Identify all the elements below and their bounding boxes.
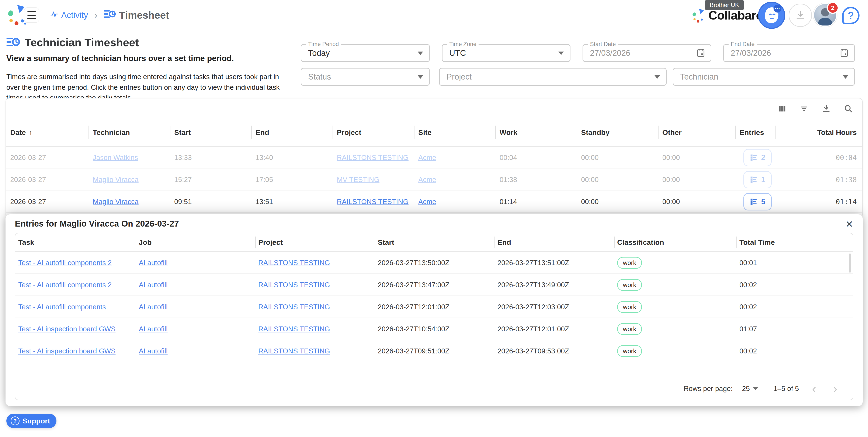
- previous-page-icon[interactable]: ‹: [808, 382, 820, 395]
- cell-total-hours: 00:04: [775, 147, 863, 169]
- cell-total-time: 01:07: [737, 318, 853, 340]
- page-subtitle: View a summary of technician hours over …: [6, 54, 291, 63]
- cell-other: 00:00: [658, 169, 735, 191]
- close-icon[interactable]: ✕: [843, 218, 856, 230]
- cell-end: 2026-03-27T12:03:00Z: [495, 296, 614, 318]
- cell-start: 2026-03-27T13:50:00Z: [375, 252, 495, 274]
- col-total-time: Total Time: [737, 233, 853, 251]
- col-standby[interactable]: Standby: [577, 119, 658, 146]
- task-link[interactable]: Test - AI autofill components 2: [18, 259, 112, 267]
- task-link[interactable]: Test - AI inspection board GWS: [18, 347, 116, 355]
- col-entries[interactable]: Entries: [735, 119, 775, 146]
- task-link[interactable]: Test - AI autofill components 2: [18, 281, 112, 289]
- technician-link[interactable]: Jason Watkins: [93, 154, 138, 162]
- cell-standby: 00:00: [577, 169, 658, 191]
- job-link[interactable]: AI autofill: [139, 303, 168, 311]
- help-button[interactable]: ?: [842, 7, 860, 24]
- assistant-chat-button[interactable]: [758, 2, 785, 29]
- classification-chip: work: [617, 345, 642, 357]
- cell-start: 09:51: [170, 191, 251, 213]
- export-download-icon[interactable]: [821, 103, 832, 114]
- cell-total-time: 00:02: [737, 296, 853, 318]
- start-date-input[interactable]: Start Date 27/03/2026: [583, 44, 711, 62]
- entries-button[interactable]: 5: [743, 193, 771, 211]
- calendar-icon[interactable]: [696, 48, 706, 58]
- project-select[interactable]: Project: [439, 68, 666, 86]
- job-link[interactable]: AI autofill: [139, 259, 168, 267]
- col-classification: Classification: [614, 233, 737, 251]
- search-icon[interactable]: [843, 103, 854, 114]
- site-link[interactable]: Acme: [418, 198, 436, 206]
- calendar-icon[interactable]: [839, 48, 849, 58]
- col-other[interactable]: Other: [658, 119, 735, 146]
- entries-button[interactable]: 1: [743, 171, 771, 188]
- col-total-hours[interactable]: Total Hours: [775, 119, 863, 146]
- project-link[interactable]: RAILSTONS TESTING: [337, 198, 408, 206]
- job-link[interactable]: AI autofill: [139, 347, 168, 355]
- status-select[interactable]: Status: [301, 68, 430, 86]
- page-heading: Technician Timesheet View a summary of t…: [6, 36, 291, 103]
- entries-table: Task Job Project Start End Classificatio…: [15, 233, 854, 400]
- entries-panel-title: Entries for Maglio Viracca On 2026-03-27: [15, 219, 179, 228]
- cell-date: 2026-03-27: [6, 169, 89, 191]
- end-date-input[interactable]: End Date 27/03/2026: [723, 44, 855, 62]
- activity-icon: [49, 9, 59, 21]
- help-icon: ?: [848, 10, 854, 22]
- col-end[interactable]: End: [251, 119, 333, 146]
- col-work[interactable]: Work: [495, 119, 577, 146]
- col-technician[interactable]: Technician: [89, 119, 170, 146]
- task-link[interactable]: Test - AI inspection board GWS: [18, 325, 116, 333]
- download-icon: [795, 9, 806, 21]
- col-site[interactable]: Site: [414, 119, 495, 146]
- empty-row: [15, 362, 853, 378]
- time-period-select[interactable]: Time Period Today: [301, 44, 430, 62]
- time-zone-select[interactable]: Time Zone UTC: [442, 44, 570, 62]
- col-end: End: [495, 233, 614, 251]
- user-avatar[interactable]: 2: [813, 3, 837, 27]
- col-start[interactable]: Start: [170, 119, 251, 146]
- entries-button[interactable]: 2: [743, 149, 771, 166]
- cell-total-hours: 01:14: [775, 191, 863, 213]
- col-project[interactable]: Project: [333, 119, 414, 146]
- project-link[interactable]: RAILSTONS TESTING: [258, 281, 330, 289]
- entries-row: Test - AI autofill components 2 AI autof…: [15, 274, 853, 296]
- breadcrumb-activity-link[interactable]: Activity: [49, 9, 88, 21]
- site-link[interactable]: Acme: [418, 176, 436, 184]
- project-link[interactable]: RAILSTONS TESTING: [258, 259, 330, 267]
- technician-select[interactable]: Technician: [673, 68, 855, 86]
- filter-icon[interactable]: [799, 103, 810, 114]
- support-button[interactable]: ? Support: [6, 414, 57, 428]
- rows-per-page-select[interactable]: 25: [742, 384, 758, 393]
- timesheet-table-header: Date↑ Technician Start End Project Site …: [6, 119, 862, 147]
- project-link[interactable]: RAILSTONS TESTING: [258, 347, 330, 355]
- cell-other: 00:00: [658, 147, 735, 169]
- project-link[interactable]: MV TESTING: [337, 176, 379, 184]
- job-link[interactable]: AI autofill: [139, 281, 168, 289]
- table-row-selected: 2026-03-27 Maglio Viracca 09:51 13:51 RA…: [6, 191, 862, 213]
- job-link[interactable]: AI autofill: [139, 325, 168, 333]
- columns-icon[interactable]: [777, 103, 787, 114]
- technician-link[interactable]: Maglio Viracca: [93, 176, 138, 184]
- task-link[interactable]: Test - AI autofill components: [18, 303, 106, 311]
- page-title: Technician Timesheet: [25, 36, 139, 49]
- project-link[interactable]: RAILSTONS TESTING: [337, 154, 408, 162]
- cell-date: 2026-03-27: [6, 191, 89, 213]
- site-link[interactable]: Acme: [418, 154, 436, 162]
- brand-name: Collabaro: [708, 8, 763, 22]
- scrollbar-thumb[interactable]: [849, 253, 851, 273]
- support-help-icon: ?: [10, 416, 20, 425]
- cell-end: 2026-03-27T12:01:00Z: [495, 318, 614, 340]
- col-date[interactable]: Date↑: [6, 119, 89, 146]
- download-button[interactable]: [788, 4, 812, 27]
- classification-chip: work: [617, 301, 642, 313]
- entries-row: Test - AI inspection board GWS AI autofi…: [15, 318, 853, 340]
- project-link[interactable]: RAILSTONS TESTING: [258, 303, 330, 311]
- project-link[interactable]: RAILSTONS TESTING: [258, 325, 330, 333]
- technician-link[interactable]: Maglio Viracca: [93, 198, 138, 206]
- sort-ascending-icon: ↑: [29, 128, 32, 136]
- next-page-icon[interactable]: ›: [829, 382, 841, 395]
- chevron-down-icon: [753, 387, 758, 390]
- menu-hamburger-button[interactable]: [24, 7, 39, 23]
- breadcrumb-current: Timesheet: [104, 9, 169, 22]
- rows-per-page-label: Rows per page:: [684, 384, 733, 393]
